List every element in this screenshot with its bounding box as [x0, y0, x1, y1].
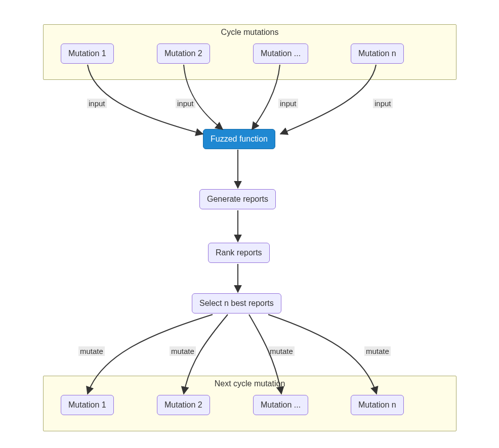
node-next-mutation-dots: Mutation ... — [253, 395, 308, 415]
node-next-mutation-2: Mutation 2 — [157, 395, 210, 415]
node-next-mutation-n: Mutation n — [351, 395, 404, 415]
node-select-best: Select n best reports — [192, 293, 281, 313]
group-cycle-mutations-title: Cycle mutations — [44, 28, 456, 37]
edge-label-mutate-3: mutate — [268, 346, 295, 356]
node-next-mutation-1: Mutation 1 — [61, 395, 114, 415]
node-mutation-2: Mutation 2 — [157, 43, 210, 64]
edge-label-mutate-1: mutate — [78, 346, 105, 356]
node-fuzzed-function: Fuzzed function — [203, 129, 275, 149]
edge-label-input-3: input — [278, 99, 298, 108]
edge-label-input-4: input — [373, 99, 393, 108]
group-next-cycle-mutation-title: Next cycle mutation — [44, 379, 456, 388]
edge-label-input-2: input — [176, 99, 195, 108]
node-generate-reports: Generate reports — [199, 189, 276, 209]
node-mutation-1: Mutation 1 — [61, 43, 114, 64]
node-mutation-dots: Mutation ... — [253, 43, 308, 64]
edge-label-input-1: input — [87, 99, 107, 108]
edge-label-mutate-4: mutate — [364, 346, 391, 356]
edge-label-mutate-2: mutate — [170, 346, 196, 356]
node-rank-reports: Rank reports — [208, 243, 270, 263]
node-mutation-n: Mutation n — [351, 43, 404, 64]
